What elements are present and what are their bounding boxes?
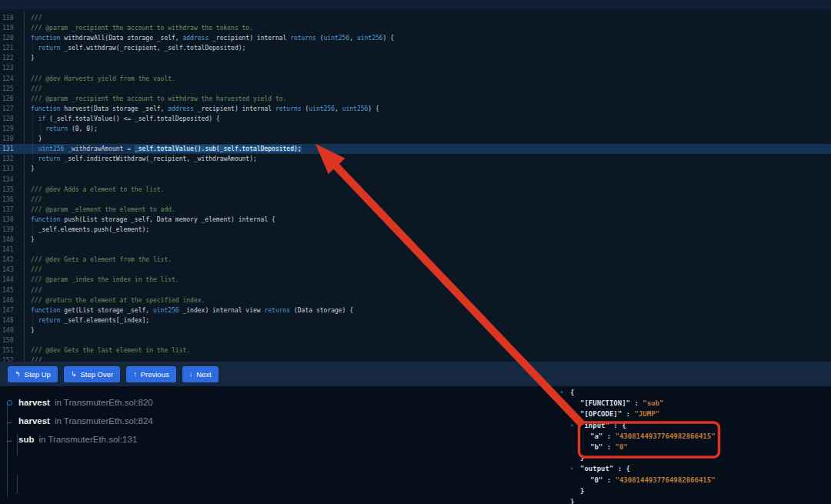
code-token: uint256 [342, 105, 369, 112]
line-number[interactable]: 150 [0, 335, 24, 345]
line-number[interactable]: 141 [0, 245, 24, 255]
code-text: /// @dev Adds a element to the list. [31, 185, 164, 195]
line-number[interactable]: 143 [0, 265, 24, 275]
code-line[interactable]: 124/// @dev Harvests yield from the vaul… [0, 74, 831, 84]
code-line[interactable]: 121 return _self.withdraw(_recipient, _s… [0, 43, 831, 53]
code-line[interactable]: 143/// [0, 265, 831, 275]
code-token: /// @param _recipient the account to wit… [31, 95, 286, 102]
code-line[interactable]: 134 [0, 175, 831, 185]
code-line[interactable]: 148 return _self.elements[_index]; [0, 315, 831, 325]
trace-key: } [580, 487, 584, 495]
line-number[interactable]: 128 [0, 114, 24, 124]
code-token: uint256 [38, 145, 65, 152]
line-number[interactable]: 146 [0, 295, 24, 305]
trace-key: "input" : { [580, 422, 626, 429]
frame-location: in TransmuterEth.sol:131 [38, 435, 137, 444]
line-number[interactable]: 122 [0, 53, 24, 63]
code-line[interactable]: 125/// [0, 84, 831, 94]
collapse-toggle-icon[interactable]: ▾ [570, 422, 580, 429]
code-text: /// @dev Harvests yield from the vault. [31, 74, 175, 84]
line-number[interactable]: 140 [0, 235, 24, 245]
code-line[interactable]: 140} [0, 235, 831, 245]
collapse-toggle-icon[interactable]: ▾ [570, 466, 580, 472]
line-number[interactable]: 149 [0, 325, 24, 335]
code-line[interactable]: 138function push(List storage _self, Dat… [0, 215, 831, 225]
line-number[interactable]: 144 [0, 275, 24, 285]
line-number[interactable]: 135 [0, 185, 24, 195]
code-token: uint256 [324, 35, 350, 42]
line-number[interactable]: 147 [0, 305, 24, 315]
code-line[interactable]: 152/// [0, 355, 831, 362]
code-line[interactable]: 120function withdrawAll(Data storage _se… [0, 33, 831, 43]
code-line[interactable]: 147function get(List storage _self, uint… [0, 305, 831, 315]
line-number[interactable]: 152 [0, 355, 24, 362]
line-number[interactable]: 118 [0, 13, 24, 23]
code-line[interactable]: 122} [0, 53, 831, 63]
line-number[interactable]: 123 [0, 63, 24, 73]
code-text: /// @param _element the element to add. [31, 205, 175, 215]
code-token: /// @param _element the element to add. [31, 206, 175, 213]
line-number[interactable]: 127 [0, 104, 24, 114]
code-line[interactable]: 132 return _self.indirectWithdraw(_recip… [0, 154, 831, 164]
code-line[interactable]: 128 if (_self.totalValue() <= _self.tota… [0, 114, 831, 124]
line-number[interactable]: 119 [0, 23, 24, 33]
code-line[interactable]: 135/// @dev Adds a element to the list. [0, 185, 831, 195]
line-number[interactable]: 145 [0, 285, 24, 295]
code-line[interactable]: 129 return (0, 0); [0, 124, 831, 134]
trace-row: "[FUNCTION]" : "sub" [560, 398, 822, 409]
line-number[interactable]: 134 [0, 175, 24, 185]
line-number[interactable]: 142 [0, 255, 24, 265]
line-number[interactable]: 138 [0, 215, 24, 225]
line-number[interactable]: 125 [0, 84, 24, 94]
line-number[interactable]: 133 [0, 164, 24, 174]
code-token: return [38, 155, 61, 162]
code-token: /// [31, 287, 42, 294]
code-line[interactable]: 149} [0, 325, 831, 335]
call-stack-frame[interactable]: →harvestin TransmuterEth.sol:824 [5, 414, 153, 428]
line-number[interactable]: 131 [0, 144, 24, 154]
code-line[interactable]: 150 [0, 335, 831, 345]
code-line[interactable]: 144/// @param _index the index in the li… [0, 275, 831, 285]
line-number[interactable]: 148 [0, 315, 24, 325]
code-line[interactable]: 118/// [0, 13, 831, 23]
line-number[interactable]: 120 [0, 33, 24, 43]
line-number[interactable]: 121 [0, 43, 24, 53]
call-stack-frame[interactable]: →subin TransmuterEth.sol:131 [5, 432, 137, 446]
frame-arrow-icon: → [5, 416, 14, 426]
code-line[interactable]: 137/// @param _element the element to ad… [0, 205, 831, 215]
code-token: /// [31, 196, 42, 203]
code-line[interactable]: 141 [0, 245, 831, 255]
code-line[interactable]: 126/// @param _recipient the account to … [0, 94, 831, 104]
previous-label: Previous [141, 370, 169, 379]
code-line[interactable]: 130 } [0, 134, 831, 144]
code-line[interactable]: 146/// @return the element at the specif… [0, 295, 831, 305]
code-line[interactable]: 139 _self.elements.push(_element); [0, 225, 831, 235]
code-line[interactable]: 142/// @dev Gets a element from the list… [0, 255, 831, 265]
code-line[interactable]: 119/// @param _recipient the account to … [0, 23, 831, 33]
line-number[interactable]: 136 [0, 195, 24, 205]
line-number[interactable]: 137 [0, 205, 24, 215]
line-number[interactable]: 126 [0, 94, 24, 104]
code-line-current[interactable]: 131 uint256 _withdrawAmount = _self.tota… [0, 144, 831, 154]
collapse-toggle-icon[interactable]: ▾ [560, 389, 570, 396]
next-button[interactable]: ↓Next [182, 366, 219, 382]
code-editor[interactable]: 118///119/// @param _recipient the accou… [0, 11, 831, 362]
step-over-button[interactable]: ↳Step Over [64, 366, 120, 382]
code-line[interactable]: 127function harvest(Data storage _self, … [0, 104, 831, 114]
line-number[interactable]: 130 [0, 134, 24, 144]
line-number[interactable]: 124 [0, 74, 24, 84]
code-line[interactable]: 136/// [0, 195, 831, 205]
previous-button[interactable]: ↑Previous [126, 366, 175, 382]
line-number[interactable]: 139 [0, 225, 24, 235]
indent-guide [32, 124, 33, 134]
code-line[interactable]: 123 [0, 63, 831, 73]
trace-key: "[FUNCTION]" : [580, 399, 642, 407]
code-line[interactable]: 151/// @dev Gets the last element in the… [0, 345, 831, 355]
line-number[interactable]: 151 [0, 345, 24, 355]
code-line[interactable]: 133} [0, 164, 831, 174]
line-number[interactable]: 129 [0, 124, 24, 134]
code-line[interactable]: 145/// [0, 285, 831, 295]
step-up-button[interactable]: ↰Step Up [8, 366, 58, 382]
line-number[interactable]: 132 [0, 154, 24, 164]
call-stack-frame[interactable]: harvestin TransmuterEth.sol:820 [5, 396, 153, 409]
